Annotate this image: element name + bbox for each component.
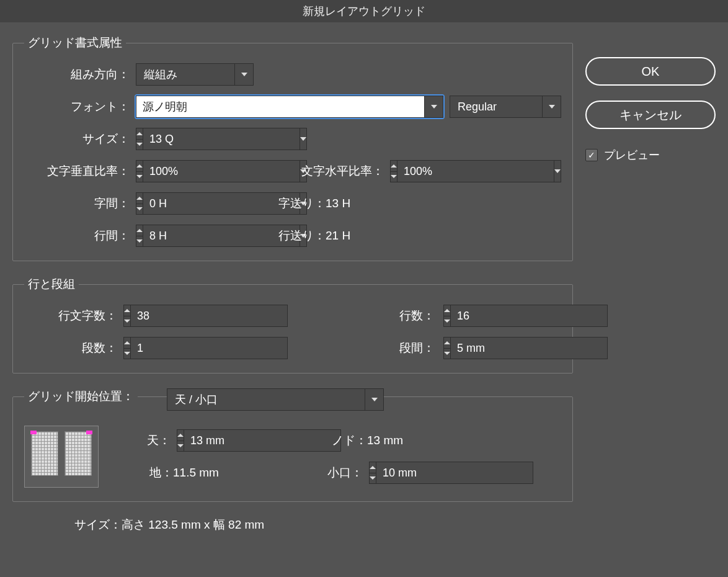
gyoaki-field[interactable] — [136, 225, 254, 247]
gyookuri-readout: 行送り：21 H — [278, 228, 350, 244]
gyoaki-label: 行間： — [24, 228, 130, 244]
preview-checkbox[interactable]: ✓ — [585, 149, 598, 161]
koguchi-field[interactable] — [369, 462, 487, 484]
koguchi-input[interactable] — [376, 462, 533, 484]
chevron-down-icon[interactable] — [365, 389, 383, 410]
size-stepper[interactable] — [136, 128, 143, 150]
vscale-field[interactable] — [136, 160, 254, 182]
page-right-icon — [64, 431, 92, 476]
koguchi-stepper[interactable] — [369, 462, 376, 484]
font-label: フォント： — [24, 99, 130, 115]
chevron-down-icon[interactable] — [234, 64, 253, 85]
lines-label: 行数： — [247, 308, 437, 324]
font-weight-select[interactable]: Regular — [450, 96, 561, 118]
chevron-down-icon[interactable] — [300, 128, 307, 150]
okuri-readout: 字送り：13 H — [278, 195, 350, 212]
size-field[interactable] — [136, 128, 254, 150]
gutter-label: 段間： — [247, 340, 437, 356]
group-grid-format: グリッド書式属性 組み方向： 縦組み フォント： Regular — [12, 35, 573, 261]
ten-label: 天： — [115, 432, 171, 449]
cols-stepper[interactable] — [123, 337, 130, 359]
nodo-readout: ノド：13 mm — [301, 432, 561, 449]
group-lines-columns-legend: 行と段組 — [24, 276, 79, 292]
vscale-stepper[interactable] — [136, 160, 143, 182]
ten-stepper[interactable] — [177, 429, 184, 452]
direction-select[interactable]: 縦組み — [136, 63, 254, 86]
direction-value: 縦組み — [136, 67, 234, 82]
ji-readout: 地：11.5 mm — [115, 465, 295, 481]
group-grid-start-legend: グリッド開始位置： — [24, 388, 138, 405]
font-weight-value: Regular — [450, 101, 542, 114]
lines-stepper[interactable] — [443, 305, 450, 327]
dialog-title: 新規レイアウトグリッド — [0, 0, 728, 22]
origin-value: 天 / 小口 — [167, 392, 365, 407]
chars-field[interactable] — [123, 305, 241, 327]
chars-stepper[interactable] — [123, 305, 130, 327]
ten-field[interactable] — [177, 429, 295, 452]
hscale-label: 文字水平比率： — [260, 163, 384, 179]
hscale-stepper[interactable] — [390, 160, 397, 182]
hscale-input[interactable] — [397, 160, 554, 182]
size-input[interactable] — [143, 128, 300, 150]
size-readout: サイズ：高さ 123.5 mm x 幅 82 mm — [12, 517, 573, 533]
cancel-button[interactable]: キャンセル — [585, 101, 716, 129]
vscale-label: 文字垂直比率： — [24, 163, 130, 179]
lines-field[interactable] — [443, 305, 561, 327]
aki-label: 字間： — [24, 195, 130, 212]
preview-label: プレビュー — [604, 148, 660, 163]
group-grid-start: グリッド開始位置： 天 / 小口 天： — [12, 388, 573, 502]
chevron-down-icon[interactable] — [554, 160, 561, 182]
gyoaki-stepper[interactable] — [136, 225, 143, 247]
chars-label: 行文字数： — [24, 308, 117, 324]
page-left-icon — [31, 431, 58, 476]
hscale-field[interactable] — [390, 160, 508, 182]
direction-label: 組み方向： — [24, 66, 130, 83]
gutter-stepper[interactable] — [443, 337, 450, 359]
chevron-down-icon[interactable] — [542, 96, 561, 117]
gutter-input[interactable] — [450, 337, 608, 359]
cols-label: 段数： — [24, 340, 117, 356]
aki-stepper[interactable] — [136, 192, 143, 215]
lines-input[interactable] — [450, 305, 608, 327]
aki-field[interactable] — [136, 192, 254, 215]
gyoaki-input[interactable] — [143, 225, 300, 247]
page-spread-thumbnail — [24, 426, 99, 488]
group-grid-format-legend: グリッド書式属性 — [24, 35, 126, 51]
font-family-input[interactable] — [136, 96, 425, 118]
size-label: サイズ： — [24, 131, 130, 147]
ok-button[interactable]: OK — [585, 57, 716, 86]
gutter-field[interactable] — [443, 337, 561, 359]
chevron-down-icon[interactable] — [425, 96, 443, 118]
aki-input[interactable] — [143, 192, 300, 215]
cols-field[interactable] — [123, 337, 241, 359]
group-lines-columns: 行と段組 行文字数： 行数： 段数： 段間： — [12, 276, 573, 373]
origin-select[interactable]: 天 / 小口 — [167, 388, 384, 411]
font-family-field[interactable] — [136, 96, 443, 118]
koguchi-label: 小口： — [301, 465, 363, 481]
